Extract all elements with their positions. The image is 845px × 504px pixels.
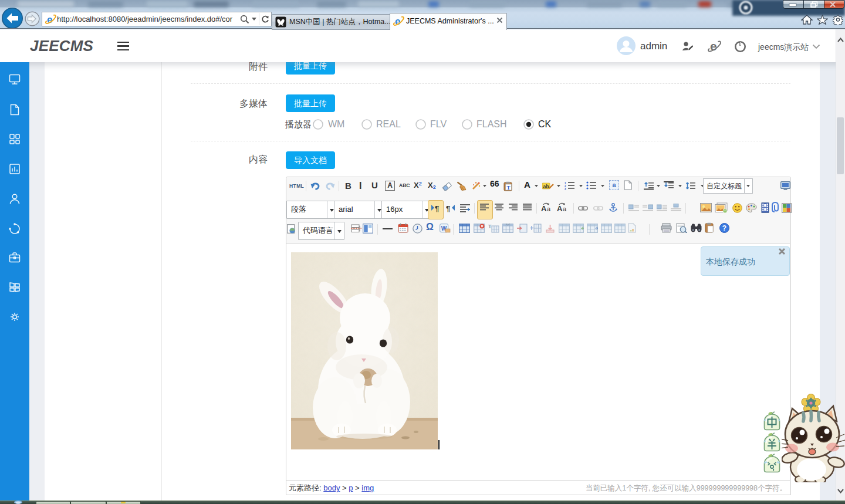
svg-text:?: ?	[722, 224, 726, 232]
svg-text:ab: ab	[543, 184, 549, 190]
svg-text:A: A	[557, 204, 563, 213]
svg-text:a: a	[563, 205, 567, 212]
svg-text:¶: ¶	[446, 204, 450, 213]
svg-text:T: T	[488, 224, 492, 229]
svg-text:A: A	[541, 204, 547, 213]
svg-text:3: 3	[565, 188, 566, 191]
svg-text:T: T	[506, 185, 510, 191]
svg-text:¶: ¶	[435, 204, 439, 213]
svg-text:a: a	[547, 205, 551, 212]
